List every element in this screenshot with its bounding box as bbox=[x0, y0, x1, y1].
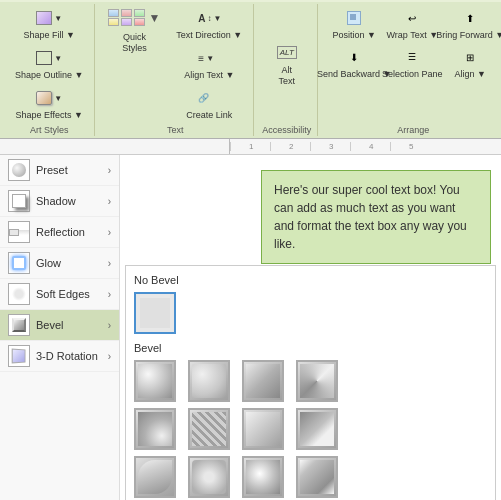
text-group-label: Text bbox=[167, 125, 184, 136]
bevel-art-item[interactable] bbox=[296, 408, 338, 450]
shape-effects-icon: ▼ bbox=[38, 87, 60, 109]
shadow-icon bbox=[8, 190, 30, 212]
sidebar-item-reflection[interactable]: Reflection › bbox=[0, 217, 119, 248]
shape-fill-button[interactable]: ▼ Shape Fill ▼ bbox=[10, 4, 88, 43]
align-text-button[interactable]: ≡ ▼ Align Text ▼ bbox=[171, 44, 247, 83]
create-link-button[interactable]: 🔗 Create Link bbox=[171, 84, 247, 123]
bevel-relaxed-item[interactable] bbox=[188, 360, 230, 402]
bevel-grid bbox=[134, 360, 487, 498]
selection-pane-label: Selection Pane bbox=[382, 69, 443, 79]
bevel-circle-item[interactable] bbox=[134, 360, 176, 402]
position-button[interactable]: Position ▼ bbox=[326, 4, 382, 43]
ruler-mark-5: 5 bbox=[390, 142, 430, 151]
main-area: Preset › Shadow › Reflection › bbox=[0, 155, 501, 500]
align-text-label: Align Text ▼ bbox=[184, 70, 234, 80]
send-backward-button[interactable]: ⬇ Send Backward ▼ bbox=[326, 43, 382, 82]
bevel-circle-inner bbox=[138, 364, 172, 398]
bevel-angle-item[interactable] bbox=[134, 456, 176, 498]
selection-pane-icon: ☰ bbox=[401, 46, 423, 68]
bring-forward-button[interactable]: ⬆ Bring Forward ▼ bbox=[442, 4, 498, 43]
shape-effects-button[interactable]: ▼ Shape Effects ▼ bbox=[10, 84, 88, 123]
bevel-angle-inner bbox=[138, 460, 172, 494]
send-backward-icon: ⬇ bbox=[343, 46, 365, 68]
sidebar-item-preset[interactable]: Preset › bbox=[0, 155, 119, 186]
ruler-mark-2: 2 bbox=[270, 142, 310, 151]
align-icon: ⊞ bbox=[459, 46, 481, 68]
demo-textbox[interactable]: Here's our super cool text box! You can … bbox=[261, 170, 491, 264]
text-buttons: ▼ Quick Styles A ↕ ▼ Text Direction ▼ bbox=[103, 4, 247, 123]
bevel-convex2-inner bbox=[246, 460, 280, 494]
text-direction-label: Text Direction ▼ bbox=[176, 30, 242, 40]
send-backward-label: Send Backward ▼ bbox=[317, 69, 391, 79]
text-direction-icon: A ↕ ▼ bbox=[198, 7, 220, 29]
ruler-mark-4: 4 bbox=[350, 142, 390, 151]
glow-icon bbox=[8, 252, 30, 274]
bevel-hard-item[interactable] bbox=[296, 456, 338, 498]
preset-label: Preset bbox=[36, 164, 68, 176]
wrap-text-icon: ↩ bbox=[401, 7, 423, 29]
quick-styles-label: Quick bbox=[123, 32, 146, 42]
wrap-text-label: Wrap Text ▼ bbox=[387, 30, 439, 40]
quick-styles-button[interactable]: ▼ bbox=[103, 4, 165, 31]
text-group: ▼ Quick Styles A ↕ ▼ Text Direction ▼ bbox=[97, 4, 254, 136]
no-bevel-label: No Bevel bbox=[134, 274, 487, 286]
bevel-arrow: › bbox=[108, 320, 111, 331]
sidebar-item-soft-edges[interactable]: Soft Edges › bbox=[0, 279, 119, 310]
alt-text-icon: ALT bbox=[276, 42, 298, 64]
create-link-label: Create Link bbox=[186, 110, 232, 120]
shadow-arrow: › bbox=[108, 196, 111, 207]
shape-effects-sidebar: Preset › Shadow › Reflection › bbox=[0, 155, 120, 500]
art-styles-group: ▼ Shape Fill ▼ ▼ Shape Outline ▼ bbox=[4, 4, 95, 136]
bring-forward-label: Bring Forward ▼ bbox=[436, 30, 501, 40]
sidebar-item-3d-rotation[interactable]: 3-D Rotation › bbox=[0, 341, 119, 372]
accessibility-group-label: Accessibility bbox=[262, 125, 311, 136]
text-direction-button[interactable]: A ↕ ▼ Text Direction ▼ bbox=[171, 4, 247, 43]
shape-outline-icon: ▼ bbox=[38, 47, 60, 69]
quick-styles-label2: Styles bbox=[122, 43, 147, 53]
sidebar-item-shadow[interactable]: Shadow › bbox=[0, 186, 119, 217]
bevel-convex2-item[interactable] bbox=[242, 456, 284, 498]
glow-arrow: › bbox=[108, 258, 111, 269]
alt-text-button[interactable]: ALT Alt Text bbox=[271, 39, 303, 89]
align-button[interactable]: ⊞ Align ▼ bbox=[442, 43, 498, 82]
bring-forward-icon: ⬆ bbox=[459, 7, 481, 29]
glow-label: Glow bbox=[36, 257, 61, 269]
no-bevel-item[interactable] bbox=[134, 292, 176, 334]
ruler-mark-1: 1 bbox=[230, 142, 270, 151]
bevel-panel: No Bevel Bevel bbox=[125, 265, 496, 500]
soft-edges-icon bbox=[8, 283, 30, 305]
position-label: Position ▼ bbox=[333, 30, 376, 40]
alt-text-label-2: Text bbox=[279, 76, 296, 86]
ruler: 1 2 3 4 5 bbox=[0, 139, 501, 155]
content-area: Here's our super cool text box! You can … bbox=[120, 155, 501, 500]
bevel-label: Bevel bbox=[36, 319, 64, 331]
art-styles-buttons: ▼ Shape Fill ▼ ▼ Shape Outline ▼ bbox=[10, 4, 88, 123]
3d-rotation-arrow: › bbox=[108, 351, 111, 362]
ruler-mark-3: 3 bbox=[310, 142, 350, 151]
bevel-cool-item[interactable] bbox=[296, 360, 338, 402]
arrange-group: Position ▼ ↩ Wrap Text ▼ ⬆ Bring Forward… bbox=[320, 4, 501, 136]
bevel-section-label: Bevel bbox=[134, 342, 487, 354]
bevel-riblet-item[interactable] bbox=[188, 408, 230, 450]
create-link-icon: 🔗 bbox=[198, 87, 220, 109]
bevel-divot-item[interactable] bbox=[134, 408, 176, 450]
sidebar-item-glow[interactable]: Glow › bbox=[0, 248, 119, 279]
align-label: Align ▼ bbox=[455, 69, 486, 79]
shape-outline-label: Shape Outline ▼ bbox=[15, 70, 83, 80]
shape-fill-icon: ▼ bbox=[38, 7, 60, 29]
bevel-soft-item[interactable] bbox=[188, 456, 230, 498]
bevel-slope-inner bbox=[246, 412, 280, 446]
align-text-icon: ≡ ▼ bbox=[198, 47, 220, 69]
bevel-cross-item[interactable] bbox=[242, 360, 284, 402]
ribbon: ▼ Shape Fill ▼ ▼ Shape Outline ▼ bbox=[0, 0, 501, 139]
bevel-icon bbox=[8, 314, 30, 336]
shape-outline-button[interactable]: ▼ Shape Outline ▼ bbox=[10, 44, 88, 83]
3d-rotation-label: 3-D Rotation bbox=[36, 350, 98, 362]
sidebar-item-bevel[interactable]: Bevel › bbox=[0, 310, 119, 341]
wrap-text-button[interactable]: ↩ Wrap Text ▼ bbox=[384, 4, 440, 43]
selection-pane-button[interactable]: ☰ Selection Pane bbox=[384, 43, 440, 82]
bevel-slope-item[interactable] bbox=[242, 408, 284, 450]
bevel-soft-inner bbox=[192, 460, 226, 494]
3d-rotation-icon bbox=[8, 345, 30, 367]
soft-edges-label: Soft Edges bbox=[36, 288, 90, 300]
